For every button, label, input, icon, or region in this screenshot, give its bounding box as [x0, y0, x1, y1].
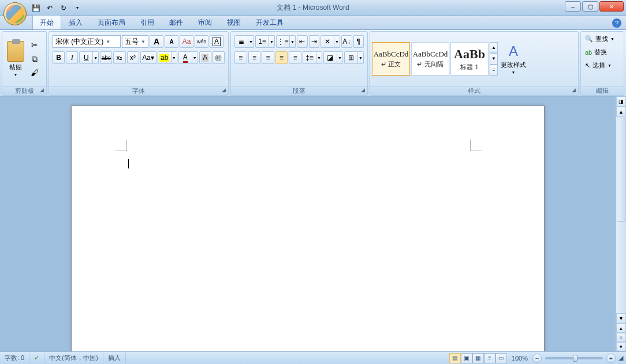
browse-object-icon[interactable]: ○	[616, 333, 626, 342]
zoom-level[interactable]: 100%	[507, 352, 532, 364]
office-button[interactable]	[3, 2, 27, 25]
enclose-char-button[interactable]: ㊕	[213, 51, 225, 64]
align-center-button[interactable]: ≡	[248, 51, 261, 64]
paragraph-launcher-icon[interactable]: ◢	[359, 87, 366, 94]
clipboard-launcher-icon[interactable]: ◢	[38, 87, 45, 94]
close-button[interactable]: ✕	[599, 1, 624, 12]
chevron-down-icon[interactable]: ▼	[172, 51, 177, 64]
page[interactable]	[71, 106, 545, 351]
subscript-button[interactable]: x₂	[113, 51, 125, 64]
decrease-indent-button[interactable]: ⇤	[297, 35, 308, 48]
undo-icon[interactable]: ↶	[44, 2, 55, 14]
bullets-button[interactable]: ≣▼	[234, 35, 254, 48]
highlight-button[interactable]: ab▼	[158, 51, 177, 64]
font-size-combo[interactable]: 五号▼	[122, 35, 148, 48]
copy-button[interactable]: ⧉	[28, 52, 41, 65]
status-wordcount[interactable]: 字数: 0	[0, 352, 29, 364]
next-page-icon[interactable]: ▾	[616, 342, 626, 351]
sort-button[interactable]: A↓	[341, 35, 352, 48]
chevron-down-icon[interactable]: ▼	[248, 35, 254, 48]
style-heading1[interactable]: AaBb 标题 1	[450, 42, 489, 76]
tab-pagelayout[interactable]: 页面布局	[90, 15, 133, 29]
italic-button[interactable]: I	[66, 51, 78, 64]
gallery-more-icon[interactable]: ≡	[490, 65, 498, 76]
chevron-down-icon[interactable]: ▼	[290, 35, 296, 48]
underline-button[interactable]: U▼	[79, 51, 99, 64]
scroll-down-icon[interactable]: ▼	[616, 313, 626, 324]
multilevel-list-button[interactable]: ⋮≡▼	[276, 35, 296, 48]
gallery-up-icon[interactable]: ▲	[490, 42, 498, 53]
style-nospacing[interactable]: AaBbCcDd ↵ 无间隔	[411, 42, 449, 76]
resize-grip-icon[interactable]: ◢	[616, 354, 626, 362]
document-viewport[interactable]	[0, 96, 616, 351]
styles-launcher-icon[interactable]: ◢	[570, 87, 577, 94]
change-case-button[interactable]: Aa▾	[140, 51, 156, 64]
help-icon[interactable]: ?	[612, 18, 621, 28]
scroll-thumb[interactable]	[617, 118, 625, 222]
grow-font-button[interactable]: A	[150, 35, 163, 48]
line-spacing-button[interactable]: ‡≡▼	[303, 51, 322, 64]
zoom-out-button[interactable]: −	[532, 354, 542, 363]
gallery-down-icon[interactable]: ▼	[490, 53, 498, 64]
view-fullscreen-icon[interactable]: ▣	[461, 353, 472, 363]
font-color-button[interactable]: A▼	[178, 51, 198, 64]
char-border-button[interactable]: A	[210, 35, 223, 48]
chevron-down-icon[interactable]: ▼	[316, 51, 322, 64]
tab-review[interactable]: 审阅	[191, 15, 219, 29]
chevron-down-icon[interactable]: ▼	[192, 51, 198, 64]
align-left-button[interactable]: ≡	[234, 51, 247, 64]
vertical-scrollbar[interactable]: ◨ ▲ ▼ ▴ ○ ▾	[616, 96, 626, 351]
tab-mailings[interactable]: 邮件	[162, 15, 191, 29]
redo-icon[interactable]: ↻	[58, 2, 69, 14]
zoom-in-button[interactable]: +	[606, 354, 616, 363]
chevron-down-icon[interactable]: ▼	[358, 51, 364, 64]
prev-page-icon[interactable]: ▴	[616, 324, 626, 333]
align-right-button[interactable]: ≡	[262, 51, 274, 64]
tab-view[interactable]: 视图	[219, 15, 248, 29]
zoom-slider[interactable]	[545, 357, 603, 359]
maximize-button[interactable]: ▢	[582, 1, 598, 12]
select-button[interactable]: ↖选择▼	[582, 59, 617, 72]
cut-button[interactable]: ✂	[28, 39, 41, 51]
chevron-down-icon[interactable]: ▼	[269, 35, 275, 48]
save-icon[interactable]: 💾	[30, 2, 42, 14]
zoom-thumb[interactable]	[573, 355, 577, 362]
replace-button[interactable]: ab替换	[582, 46, 617, 58]
status-language[interactable]: 中文(简体，中国)	[44, 352, 103, 364]
qat-customize-icon[interactable]: ▾	[72, 2, 83, 14]
view-draft-icon[interactable]: ▭	[495, 353, 507, 363]
asian-layout-button[interactable]: ✕▼	[321, 35, 340, 48]
chevron-down-icon[interactable]: ▼	[337, 51, 343, 64]
align-justify-button[interactable]: ≡	[275, 51, 288, 64]
scroll-up-icon[interactable]: ▲	[616, 107, 626, 117]
view-print-layout-icon[interactable]: ▤	[449, 353, 461, 363]
clear-formatting-button[interactable]: Aa	[180, 35, 193, 48]
tab-home[interactable]: 开始	[32, 15, 61, 29]
ruler-toggle-icon[interactable]: ◨	[616, 96, 626, 107]
tab-insert[interactable]: 插入	[61, 15, 90, 29]
shading-button[interactable]: ◪▼	[323, 51, 343, 64]
tab-references[interactable]: 引用	[133, 15, 162, 29]
status-proofing[interactable]: ✓	[29, 352, 44, 364]
increase-indent-button[interactable]: ⇥	[309, 35, 320, 48]
change-styles-button[interactable]: A 更改样式 ▼	[499, 42, 528, 76]
char-shading-button[interactable]: A	[199, 51, 211, 64]
format-painter-button[interactable]: 🖌	[28, 66, 41, 79]
minimize-button[interactable]: –	[565, 1, 581, 12]
status-mode[interactable]: 插入	[103, 352, 126, 364]
chevron-down-icon[interactable]: ▼	[334, 35, 340, 48]
numbering-button[interactable]: 1≡▼	[255, 35, 275, 48]
view-web-icon[interactable]: ▦	[472, 353, 484, 363]
font-launcher-icon[interactable]: ◢	[220, 87, 227, 94]
font-name-combo[interactable]: 宋体 (中文正文)▼	[53, 35, 121, 48]
borders-button[interactable]: ⊞▼	[344, 51, 364, 64]
strikethrough-button[interactable]: abc	[100, 51, 112, 64]
phonetic-guide-button[interactable]: wén	[195, 35, 208, 48]
style-normal[interactable]: AaBbCcDd ↵ 正文	[372, 42, 410, 76]
shrink-font-button[interactable]: A	[165, 35, 178, 48]
view-outline-icon[interactable]: ≡	[484, 353, 495, 363]
chevron-down-icon[interactable]: ▼	[93, 51, 99, 64]
paste-button[interactable]: 粘贴 ▼	[4, 33, 27, 84]
bold-button[interactable]: B	[53, 51, 65, 64]
show-marks-button[interactable]: ¶	[353, 35, 364, 48]
